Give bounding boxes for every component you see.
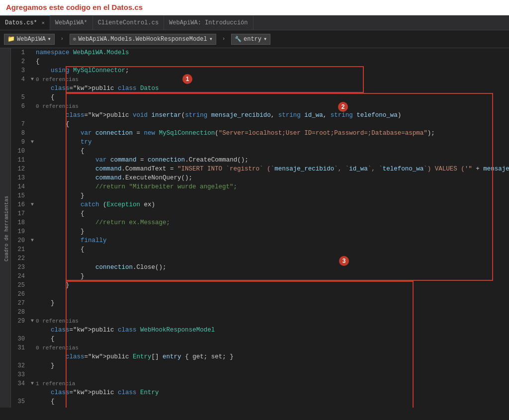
- line-number-17: 17: [11, 209, 31, 218]
- line-number-28: 28: [11, 308, 31, 317]
- code-line-17: 17 {: [11, 209, 509, 218]
- line-number-3: 3: [11, 66, 31, 75]
- tab-clientecontrol[interactable]: ClienteControl.cs: [93, 15, 164, 30]
- line-number-22: 22: [11, 254, 31, 263]
- line-number-19: 19: [11, 227, 31, 236]
- line-code-10: {: [34, 147, 509, 156]
- project-name: WebApiWA: [17, 36, 46, 43]
- code-line-26: 26: [11, 290, 509, 299]
- line-code-36: 0 referencias class="kw">public Change[]…: [34, 406, 509, 408]
- code-line-27: 27 }: [11, 299, 509, 308]
- line-number-26: 26: [11, 290, 31, 299]
- line-code-16: catch (Exception ex): [34, 200, 509, 209]
- line-number-18: 18: [11, 218, 31, 227]
- code-line-7: 7 {: [11, 120, 509, 129]
- code-line-6: 60 referencias class="kw">public void in…: [11, 102, 509, 120]
- line-code-15: }: [34, 191, 509, 200]
- line-code-32: }: [34, 361, 509, 370]
- namespace-dropdown-arrow: ▾: [209, 35, 213, 43]
- line-code-26: [34, 290, 509, 299]
- line-number-35: 35: [11, 397, 31, 406]
- line-code-22: [34, 254, 509, 263]
- line-code-34: 1 referencia class="kw">public class Ent…: [34, 379, 509, 397]
- line-code-33: [34, 370, 509, 379]
- line-code-14: //return "Mitarbeiter wurde angelegt";: [34, 182, 509, 191]
- code-line-11: 11 var command = connection.CreateComman…: [11, 156, 509, 165]
- code-line-24: 24 }: [11, 272, 509, 281]
- tab-datos-label: Datos.cs*: [5, 19, 37, 26]
- code-line-19: 19 }: [11, 227, 509, 236]
- line-number-6: 6: [11, 102, 31, 120]
- line-number-23: 23: [11, 263, 31, 272]
- code-line-15: 15 }: [11, 191, 509, 200]
- namespace-dropdown[interactable]: ⊕ WebApiWA.Models.WebHookResponseModel ▾: [70, 34, 216, 45]
- code-line-21: 21 {: [11, 245, 509, 254]
- left-sidebar: Cuadro de herramientas: [0, 48, 11, 408]
- line-number-8: 8: [11, 129, 31, 138]
- line-expand-20[interactable]: ▼: [31, 236, 34, 245]
- tab-datos-close[interactable]: ✕: [42, 20, 45, 26]
- line-number-14: 14: [11, 182, 31, 191]
- editor-container: Cuadro de herramientas 1 2 3 1namespace …: [0, 48, 509, 408]
- code-line-1: 1namespace WebApiWA.Models: [11, 48, 509, 57]
- line-number-11: 11: [11, 156, 31, 165]
- tab-datos[interactable]: Datos.cs* ✕: [0, 15, 50, 30]
- line-code-29: 0 referencias class="kw">public class We…: [34, 317, 509, 335]
- line-number-10: 10: [11, 147, 31, 156]
- nav-bar: 📁 WebApiWA ▾ › ⊕ WebApiWA.Models.WebHook…: [0, 30, 509, 48]
- tab-webapiva-intro[interactable]: WebApiWA: Introducción: [164, 15, 253, 30]
- sidebar-label: Cuadro de herramientas: [3, 193, 10, 264]
- code-line-10: 10 {: [11, 147, 509, 156]
- line-number-5: 5: [11, 93, 31, 102]
- code-line-30: 30 {: [11, 335, 509, 343]
- line-expand-16[interactable]: ▼: [31, 200, 34, 209]
- line-number-29: 29: [11, 317, 31, 335]
- line-code-30: {: [34, 335, 509, 343]
- code-line-34: 34▼1 referencia class="kw">public class …: [11, 379, 509, 397]
- code-line-3: 3 using MySqlConnector;: [11, 66, 509, 75]
- tab-webapiva[interactable]: WebApiWA*: [50, 15, 93, 30]
- line-expand-9[interactable]: ▼: [31, 138, 34, 147]
- code-line-8: 8 var connection = new MySqlConnection("…: [11, 129, 509, 138]
- code-line-25: 25 }: [11, 281, 509, 290]
- banner-text: Agregamos este codigo en el Datos.cs: [6, 3, 143, 11]
- line-code-3: using MySqlConnector;: [34, 66, 509, 75]
- line-number-20: 20: [11, 236, 31, 245]
- line-code-24: }: [34, 272, 509, 281]
- top-banner: Agregamos este codigo en el Datos.cs: [0, 0, 509, 15]
- line-number-16: 16: [11, 200, 31, 209]
- line-code-28: [34, 308, 509, 317]
- member-name: entry: [244, 36, 261, 43]
- code-line-5: 5 {: [11, 93, 509, 102]
- code-line-29: 29▼0 referencias class="kw">public class…: [11, 317, 509, 335]
- line-number-21: 21: [11, 245, 31, 254]
- line-code-21: {: [34, 245, 509, 254]
- line-code-8: var connection = new MySqlConnection("Se…: [34, 129, 509, 138]
- line-number-9: 9: [11, 138, 31, 147]
- code-line-4: 4▼0 referencias class="kw">public class …: [11, 75, 509, 93]
- code-line-28: 28: [11, 308, 509, 317]
- member-dropdown[interactable]: 🔧 entry ▾: [231, 34, 270, 45]
- line-number-2: 2: [11, 57, 31, 66]
- project-dropdown[interactable]: 📁 WebApiWA ▾: [4, 34, 55, 45]
- line-code-35: {: [34, 397, 509, 406]
- nav-arrow-2: ›: [222, 36, 225, 42]
- line-code-13: command.ExecuteNonQuery();: [34, 173, 509, 182]
- line-code-31: 0 referencias class="kw">public Entry[] …: [34, 343, 509, 361]
- code-line-31: 310 referencias class="kw">public Entry[…: [11, 343, 509, 361]
- code-line-35: 35 {: [11, 397, 509, 406]
- line-code-19: }: [34, 227, 509, 236]
- code-editor[interactable]: 1 2 3 1namespace WebApiWA.Models2{3 usin…: [11, 48, 509, 408]
- project-dropdown-arrow: ▾: [48, 35, 51, 43]
- tab-bar: Datos.cs* ✕ WebApiWA* ClienteControl.cs …: [0, 15, 509, 30]
- line-number-30: 30: [11, 335, 31, 343]
- line-code-5: {: [34, 93, 509, 102]
- code-line-23: 23 connection.Close();: [11, 263, 509, 272]
- line-code-25: }: [34, 281, 509, 290]
- line-number-12: 12: [11, 165, 31, 173]
- code-line-2: 2{: [11, 57, 509, 66]
- line-code-1: namespace WebApiWA.Models: [34, 48, 509, 57]
- line-number-13: 13: [11, 173, 31, 182]
- member-dropdown-arrow: ▾: [263, 35, 267, 43]
- line-number-36: 36: [11, 406, 31, 408]
